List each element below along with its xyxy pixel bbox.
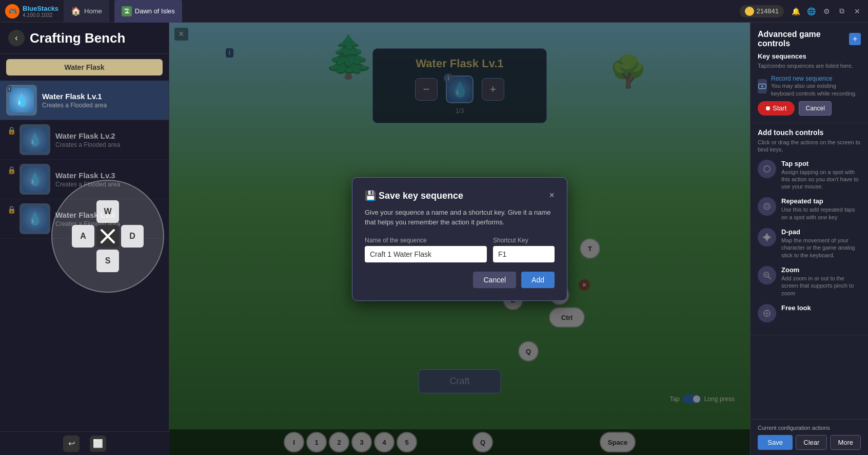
wasd-center [96,225,119,248]
topbar-icons: 🔔 🌐 ⚙ ⧉ ✕ [790,6,863,17]
add-touch-controls-title: Add touch controls [758,128,861,137]
add-control-button[interactable]: + [849,33,861,45]
item-thumbnail: 💧 [19,124,50,155]
svg-point-3 [761,85,763,87]
svg-point-5 [764,203,770,210]
modal-header: 💾 Save key sequence × [365,190,555,201]
wasd-cross: W A S D [72,200,144,272]
free-look-info: Free look [781,304,861,313]
right-panel-title: Advanced game controls [758,30,849,48]
back-button[interactable]: ‹ [8,30,25,46]
sidebar: ‹ Crafting Bench i 💧 Water Flask Lv.1 Cr… [0,23,169,455]
tab-home[interactable]: 🏠 Home [64,0,109,23]
tab-dawn-of-isles[interactable]: 🏝 Dawn of Isles [114,0,182,23]
home-nav-button[interactable]: ⬜ [90,435,106,452]
app-bottombar: ↩ ⬜ [0,431,169,455]
save-config-button[interactable]: Save [758,435,793,450]
tap-spot-name: Tap spot [781,160,861,167]
svg-point-4 [764,165,770,172]
control-item-zoom[interactable]: Zoom Add zoom in or out to the screen th… [758,266,861,297]
cancel-recording-button[interactable]: Cancel [799,101,831,116]
add-touch-controls-section: Add touch controls Click or drag the act… [751,123,868,335]
right-panel: Advanced game controls + Key sequences T… [750,23,868,455]
key-a[interactable]: A [72,225,94,248]
shortcut-key-label: Shortcut Key [493,237,555,244]
modal-overlay: 💾 Save key sequence × Give your sequence… [169,23,750,455]
lock-icon: 🔒 [7,126,16,135]
search-area [6,59,163,75]
app-name: BlueStacks [23,5,58,12]
modal-close-button[interactable]: × [549,190,555,201]
modal-actions: Cancel Add [365,272,555,288]
item-info: Water Flask Lv.1 Creates a Flooded area [42,92,163,109]
sidebar-header: ‹ Crafting Bench [0,23,169,54]
item-name: Water Flask Lv.1 [42,92,163,101]
config-title: Current configuration actions [758,425,861,431]
sequence-name-label: Name of the sequence [365,237,487,244]
dpad-icon [758,228,776,247]
control-item-dpad[interactable]: D-pad Map the movement of your character… [758,228,861,259]
list-item[interactable]: 🔒 💧 Water Flask Lv.2 Creates a Flooded a… [0,120,169,160]
item-info: Water Flask Lv.2 Creates a Flooded area [55,131,163,148]
control-item-tap-spot[interactable]: Tap spot Assign tapping on a spot with t… [758,160,861,191]
key-sequences-section: Key sequences Tap/combo sequences are li… [751,52,868,123]
free-look-name: Free look [781,304,861,312]
dpad-info: D-pad Map the movement of your character… [781,228,861,259]
item-name: Water Flask Lv.2 [55,131,163,140]
modal-add-button[interactable]: Add [521,272,555,288]
svg-marker-8 [766,239,768,242]
key-d[interactable]: D [121,225,144,248]
key-sequences-desc: Tap/combo sequences are listed here. [758,62,861,70]
search-input[interactable] [6,59,163,75]
topbar: 🎮 BlueStacks 4.100.0.1032 🏠 Home 🏝 Dawn … [0,0,868,23]
svg-line-13 [768,276,771,279]
wasd-overlay: W A S D [51,180,164,293]
app-version: 4.100.0.1032 [23,12,58,18]
zoom-name: Zoom [781,266,861,274]
back-nav-button[interactable]: ↩ [63,435,80,452]
item-name: Water Flask Lv.3 [55,171,163,180]
settings-icon[interactable]: ⚙ [821,6,832,17]
modal-cancel-button[interactable]: Cancel [473,272,516,288]
save-sequence-modal: 💾 Save key sequence × Give your sequence… [352,177,567,301]
tab-home-label: Home [84,7,102,15]
tab-game-label: Dawn of Isles [135,7,175,15]
config-section: Current configuration actions Save Clear… [751,419,868,455]
key-s[interactable]: S [96,250,119,272]
more-config-button[interactable]: More [830,435,861,450]
record-row: Record new sequence You may also use exi… [758,75,861,97]
main-area: ‹ Crafting Bench i 💧 Water Flask Lv.1 Cr… [0,23,868,455]
shortcut-key-input[interactable] [493,246,555,262]
svg-point-6 [765,205,768,208]
notification-icon[interactable]: 🔔 [790,6,801,17]
logo-icon: 🎮 [5,4,19,18]
modal-description: Give your sequence a name and a shortcut… [365,207,555,228]
list-item[interactable]: i 💧 Water Flask Lv.1 Creates a Flooded a… [0,81,169,120]
record-icon [758,79,767,93]
right-panel-header: Advanced game controls + [751,23,868,52]
tap-spot-icon [758,160,776,178]
dpad-desc: Map the movement of your character or th… [781,237,861,259]
key-sequences-title: Key sequences [758,52,861,60]
wasd-circle: W A S D [51,180,164,293]
repeated-tap-info: Repeated tap Use this to add repeated ta… [781,197,861,221]
restore-icon[interactable]: ⧉ [836,6,847,17]
coin-display: 214841 [740,5,784,17]
record-new-sequence-link[interactable]: Record new sequence [771,75,861,82]
clear-config-button[interactable]: Clear [796,435,827,450]
sequence-name-input[interactable] [365,246,487,262]
svg-marker-10 [769,236,772,239]
key-w[interactable]: W [96,200,119,223]
close-icon[interactable]: ✕ [852,6,863,17]
repeated-tap-name: Repeated tap [781,197,861,205]
control-item-free-look[interactable]: Free look [758,304,861,323]
svg-marker-7 [766,233,768,236]
control-item-repeated-tap[interactable]: Repeated tap Use this to add repeated ta… [758,197,861,221]
start-recording-button[interactable]: Start [758,101,795,116]
svg-rect-11 [765,235,768,239]
config-actions: Save Clear More [758,435,861,450]
add-touch-controls-desc: Click or drag the actions on the screen … [758,139,861,154]
record-dot [766,106,770,110]
item-desc: Creates a Flooded area [55,141,163,148]
globe-icon[interactable]: 🌐 [805,6,817,17]
